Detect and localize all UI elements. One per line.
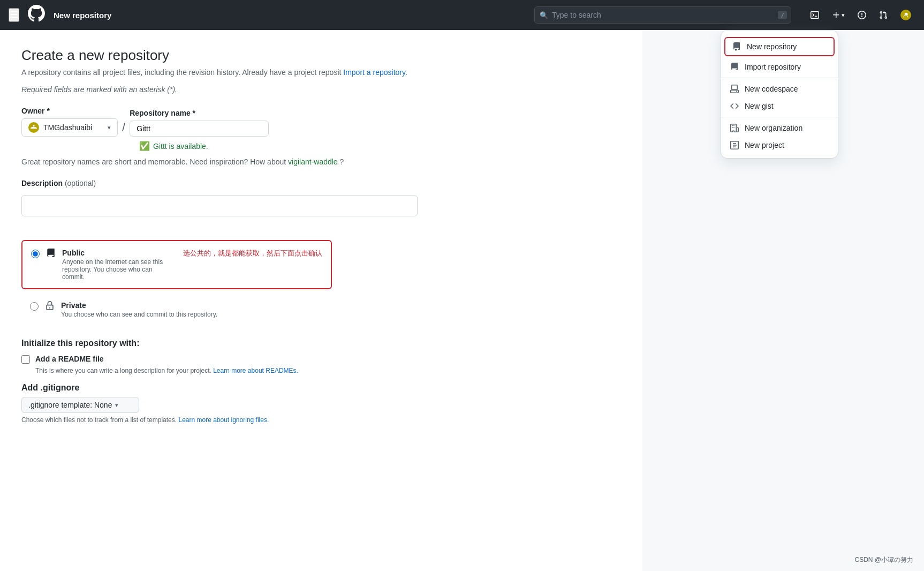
- dropdown-new-gist-label: New gist: [745, 102, 774, 110]
- dropdown-new-project[interactable]: New project: [721, 137, 838, 154]
- plus-dropdown-button[interactable]: ▾: [828, 9, 849, 21]
- owner-select[interactable]: TMGdashuaibi ▾: [21, 118, 118, 137]
- private-radio[interactable]: [30, 302, 39, 311]
- plus-chevron-icon: ▾: [842, 12, 845, 19]
- private-option[interactable]: Private You choose who can see and commi…: [21, 294, 332, 326]
- gitignore-chevron-icon: ▾: [115, 402, 118, 409]
- availability-message: ✅ Gittt is available.: [139, 141, 621, 151]
- owner-avatar: [28, 122, 39, 133]
- search-icon: 🔍: [540, 11, 548, 19]
- repo-name-label: Repository name *: [130, 109, 269, 117]
- readme-option: Add a README file: [21, 355, 621, 364]
- initialize-section: Initialize this repository with: Add a R…: [21, 339, 621, 374]
- import-repo-icon: [730, 63, 739, 71]
- readme-learn-more-link[interactable]: Learn more about READMEs.: [213, 367, 298, 374]
- private-option-content: Private You choose who can see and commi…: [61, 301, 323, 318]
- dropdown-new-gist[interactable]: New gist: [721, 97, 838, 115]
- gitignore-section: Add .gitignore .gitignore template: None…: [21, 383, 621, 424]
- new-repo-icon: [732, 42, 741, 51]
- hamburger-button[interactable]: ☰: [9, 8, 19, 22]
- terminal-button[interactable]: [806, 9, 823, 21]
- dropdown-new-repository-label: New repository: [747, 42, 797, 51]
- owner-name: TMGdashuaibi: [43, 123, 92, 132]
- dropdown-divider-1: [721, 78, 838, 78]
- readme-label: Add a README file: [35, 355, 104, 363]
- public-option-desc: Anyone on the internet can see this repo…: [62, 258, 168, 281]
- page-description: A repository contains all project files,…: [21, 68, 621, 77]
- header-page-title: New repository: [54, 11, 111, 20]
- codespace-icon: [730, 85, 739, 93]
- inspiration-link[interactable]: vigilant-waddle: [288, 157, 338, 166]
- public-annotation: 选公共的，就是都能获取，然后下面点击确认: [183, 249, 322, 258]
- pull-requests-button[interactable]: [875, 9, 892, 21]
- search-input[interactable]: [534, 6, 791, 24]
- app-header: ☰ New repository 🔍 / ▾: [0, 0, 924, 30]
- dropdown-new-organization-label: New organization: [745, 124, 802, 132]
- issues-button[interactable]: [853, 9, 870, 21]
- public-option-content: Public Anyone on the internet can see th…: [62, 249, 168, 281]
- private-repo-icon: [45, 301, 55, 313]
- private-option-desc: You choose who can see and commit to thi…: [61, 311, 323, 318]
- dropdown-new-codespace[interactable]: New codespace: [721, 80, 838, 97]
- repo-name-input[interactable]: [130, 121, 269, 137]
- public-option-title: Public: [62, 249, 168, 257]
- description-label: Description (optional): [21, 179, 621, 187]
- main-content: Create a new repository A repository con…: [0, 30, 642, 571]
- page-title: Create a new repository: [21, 47, 621, 64]
- dropdown-new-codespace-label: New codespace: [745, 85, 798, 93]
- search-shortcut-indicator: /: [778, 11, 787, 19]
- dropdown-import-repository-label: Import repository: [745, 63, 801, 71]
- owner-repo-row: Owner * TMGdashuaibi ▾ / Repository name…: [21, 107, 621, 137]
- owner-chevron-icon: ▾: [108, 124, 111, 131]
- public-option[interactable]: Public Anyone on the internet can see th…: [21, 240, 332, 289]
- gitignore-title: Add .gitignore: [21, 383, 621, 393]
- project-icon: [730, 141, 739, 149]
- organization-icon: [730, 124, 739, 132]
- owner-group: Owner * TMGdashuaibi ▾: [21, 107, 118, 137]
- gitignore-desc: Choose which files not to track from a l…: [21, 416, 621, 424]
- public-repo-icon: [46, 249, 56, 261]
- import-repo-link[interactable]: Import a repository.: [343, 68, 407, 77]
- owner-label: Owner *: [21, 107, 118, 115]
- footer-hint: CSDN @小谭の努力: [854, 555, 913, 565]
- gist-icon: [730, 102, 739, 110]
- header-actions: ▾: [806, 7, 915, 22]
- description-group: Description (optional): [21, 179, 621, 229]
- visibility-section: Public Anyone on the internet can see th…: [21, 240, 621, 326]
- avatar-button[interactable]: [896, 7, 915, 22]
- public-radio[interactable]: [31, 250, 40, 258]
- description-input[interactable]: [21, 195, 418, 216]
- readme-desc: This is where you can write a long descr…: [35, 367, 621, 374]
- github-logo: [28, 5, 45, 25]
- search-bar: 🔍 /: [534, 6, 791, 24]
- gitignore-learn-more-link[interactable]: Learn more about ignoring files.: [178, 416, 269, 424]
- inspiration-text: Great repository names are short and mem…: [21, 157, 621, 166]
- dropdown-import-repository[interactable]: Import repository: [721, 58, 838, 76]
- dropdown-divider-2: [721, 117, 838, 117]
- gitignore-template-select[interactable]: .gitignore template: None ▾: [21, 397, 139, 413]
- private-option-title: Private: [61, 301, 323, 310]
- required-fields-note: Required fields are marked with an aster…: [21, 85, 621, 94]
- dropdown-new-organization[interactable]: New organization: [721, 119, 838, 137]
- init-title: Initialize this repository with:: [21, 339, 621, 348]
- check-icon: ✅: [139, 141, 150, 151]
- repo-name-group: Repository name *: [130, 109, 269, 137]
- dropdown-new-repository[interactable]: New repository: [724, 37, 835, 56]
- readme-checkbox[interactable]: [21, 355, 30, 364]
- dropdown-new-project-label: New project: [745, 141, 784, 149]
- slash-divider: /: [122, 121, 125, 134]
- new-item-dropdown: New repository Import repository New cod…: [721, 30, 838, 159]
- gitignore-template-label: .gitignore template: None: [28, 401, 112, 409]
